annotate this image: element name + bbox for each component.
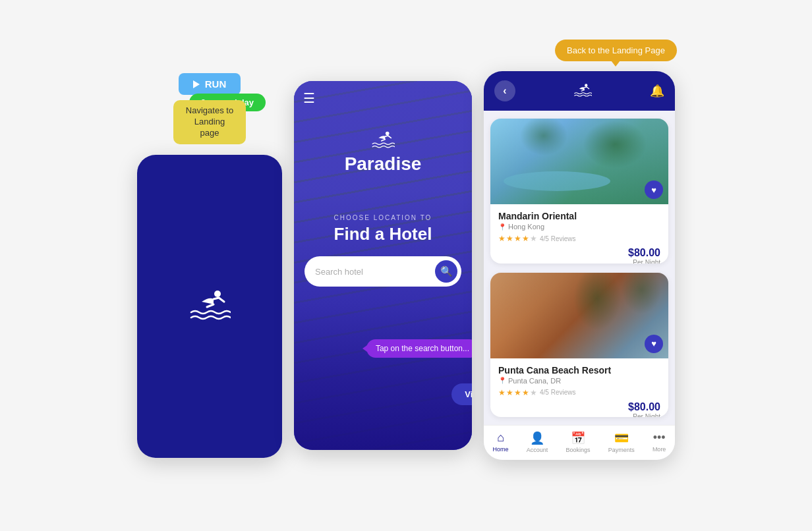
star-2: ★ xyxy=(506,234,513,243)
tap-search-tooltip: Tap on the search button... xyxy=(366,339,472,358)
bottom-nav: ⌂ Home 👤 Account 📅 Bookings 💳 Payments •… xyxy=(484,425,675,460)
star-3: ★ xyxy=(514,234,521,243)
star-2-4: ★ xyxy=(522,388,529,397)
hotel-price-row-2: $80.00 Per Night xyxy=(498,401,660,418)
navigates-label: Navigates to Landing page xyxy=(173,100,246,144)
nav-home-label: Home xyxy=(493,446,509,453)
view-list-button[interactable]: View List Page xyxy=(451,383,472,405)
hotel-card: ♥ Mandarin Oriental 📍 Hong Kong ★ ★ xyxy=(490,119,668,264)
payments-icon: 💳 xyxy=(614,431,629,445)
search-bar: Search hotel 🔍 xyxy=(304,256,461,287)
hotel-info-2: Punta Cana Beach Resort 📍 Punta Cana, DR… xyxy=(490,358,668,418)
nav-account[interactable]: 👤 Account xyxy=(527,431,548,453)
account-icon: 👤 xyxy=(530,431,544,445)
hotel-name-1: Mandarin Oriental xyxy=(498,211,660,221)
svg-point-2 xyxy=(585,84,587,86)
hotel-price-row-1: $80.00 Per Night xyxy=(498,247,660,264)
landing-content: Paradise CHOOSE LOCATION TO Find a Hotel… xyxy=(294,110,472,300)
back-tooltip: Back to the Landing Page xyxy=(555,40,677,61)
favorite-button-1[interactable]: ♥ xyxy=(645,181,663,199)
favorite-button-2[interactable]: ♥ xyxy=(645,335,663,353)
nav-home[interactable]: ⌂ Home xyxy=(493,431,509,453)
swim-icon-splash xyxy=(188,287,231,325)
reviews-text-1: 4/5 Reviews xyxy=(540,235,575,242)
back-button[interactable]: ‹ xyxy=(494,80,515,101)
search-placeholder[interactable]: Search hotel xyxy=(315,267,435,277)
header-swim-icon xyxy=(573,82,592,99)
run-label: RUN xyxy=(205,78,227,90)
price-amount-1: $80.00 xyxy=(628,247,660,259)
swim-icon-landing xyxy=(371,130,395,151)
hotel-info-1: Mandarin Oriental 📍 Hong Kong ★ ★ ★ ★ xyxy=(490,204,668,264)
nav-more[interactable]: ••• More xyxy=(652,431,666,453)
hotel-card-2: ♥ Punta Cana Beach Resort 📍 Punta Cana, … xyxy=(490,273,668,418)
nav-account-label: Account xyxy=(527,447,548,453)
hotel-image-1: ♥ xyxy=(490,119,668,204)
hotel-list: ♥ Mandarin Oriental 📍 Hong Kong ★ ★ xyxy=(484,111,675,425)
splash-phone xyxy=(137,155,282,458)
star-2-2: ★ xyxy=(506,388,513,397)
hotel-name-2: Punta Cana Beach Resort xyxy=(498,365,660,376)
landing-header: ☰ xyxy=(294,81,472,110)
search-button[interactable]: 🔍 xyxy=(435,260,457,283)
list-phone: ‹ 🔔 xyxy=(484,71,675,460)
price-amount-2: $80.00 xyxy=(628,401,660,413)
hotel-location-1: 📍 Hong Kong xyxy=(498,223,660,231)
star-1: ★ xyxy=(498,234,506,243)
stars-1: ★ ★ ★ ★ ★ xyxy=(498,234,537,243)
hotel-photo-1 xyxy=(490,119,668,204)
nav-payments-label: Payments xyxy=(608,447,635,453)
price-period-2: Per Night xyxy=(633,413,660,418)
star-4: ★ xyxy=(522,234,529,243)
list-header: ‹ 🔔 xyxy=(484,71,675,111)
hotel-location-2: 📍 Punta Cana, DR xyxy=(498,377,660,385)
splash-phone-wrapper: RUN 2 secs. delay Navigates to Landing p… xyxy=(137,73,282,458)
hotel-rating-1: ★ ★ ★ ★ ★ 4/5 Reviews xyxy=(498,234,660,243)
landing-phone: ☰ Paradise CHOOSE LOCATION TO Fi xyxy=(294,81,472,450)
star-2-5: ★ xyxy=(530,388,537,397)
bookings-icon: 📅 xyxy=(571,431,585,445)
home-icon: ⌂ xyxy=(497,431,504,445)
nav-bookings-label: Bookings xyxy=(566,447,590,453)
find-hotel-title: Find a Hotel xyxy=(334,224,432,244)
search-icon: 🔍 xyxy=(440,266,453,277)
price-period-1: Per Night xyxy=(633,259,660,264)
list-phone-wrapper: Back to the Landing Page ‹ 🔔 xyxy=(484,71,675,460)
star-5: ★ xyxy=(530,234,537,243)
landing-phone-wrapper: ☰ Paradise CHOOSE LOCATION TO Fi xyxy=(294,81,472,450)
reviews-text-2: 4/5 Reviews xyxy=(540,389,575,396)
star-2-1: ★ xyxy=(498,388,506,397)
hotel-rating-2: ★ ★ ★ ★ ★ 4/5 Reviews xyxy=(498,388,660,397)
star-2-3: ★ xyxy=(514,388,521,397)
play-icon xyxy=(193,80,200,88)
nav-more-label: More xyxy=(652,446,666,453)
bell-icon[interactable]: 🔔 xyxy=(650,84,664,98)
location-pin-icon: 📍 xyxy=(498,223,506,231)
nav-bookings[interactable]: 📅 Bookings xyxy=(566,431,590,453)
back-tooltip-wrapper: Back to the Landing Page xyxy=(555,40,677,61)
hotel-image-2: ♥ xyxy=(490,273,668,358)
choose-location-label: CHOOSE LOCATION TO xyxy=(334,214,432,221)
hamburger-icon[interactable]: ☰ xyxy=(303,92,315,105)
run-button[interactable]: RUN xyxy=(179,73,241,95)
more-icon: ••• xyxy=(653,431,666,445)
paradise-title: Paradise xyxy=(345,154,422,175)
svg-point-1 xyxy=(386,132,390,136)
hotel-photo-2 xyxy=(490,273,668,358)
nav-payments[interactable]: 💳 Payments xyxy=(608,431,635,453)
location-pin-icon-2: 📍 xyxy=(498,377,506,384)
stars-2: ★ ★ ★ ★ ★ xyxy=(498,388,537,397)
hotel-location-text-1: Hong Kong xyxy=(508,223,544,231)
hotel-location-text-2: Punta Cana, DR xyxy=(508,377,561,385)
svg-point-0 xyxy=(214,291,221,297)
